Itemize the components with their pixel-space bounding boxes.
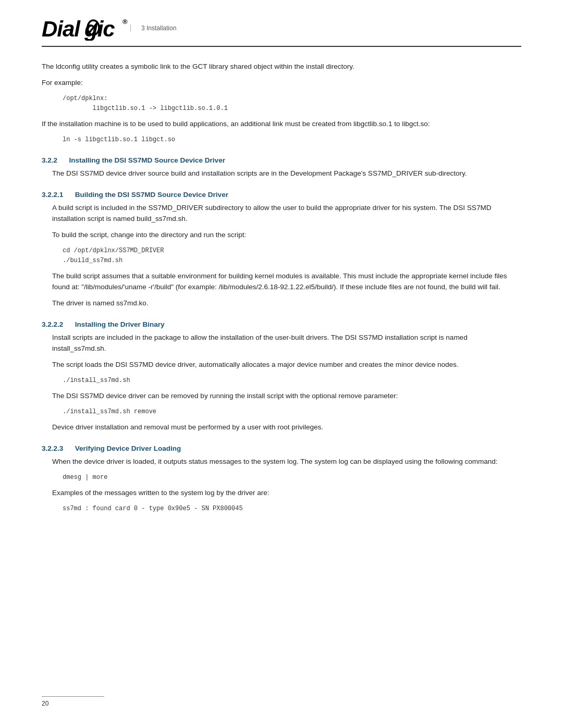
section-3221-title: Building the DSI SS7MD Source Device Dri… [75,191,228,199]
page-header: Dial gic ® 3 Installation [42,16,521,47]
page-number: 20 [42,700,521,707]
section-label: 3 Installation [130,24,176,32]
section-322-number: 3.2.2 [42,156,57,164]
svg-text:Dial: Dial [42,17,81,41]
section-3223-heading: 3.2.2.3 Verifying Device Driver Loading [42,445,521,452]
section-3223-title: Verifying Device Driver Loading [75,445,181,452]
section-3223-body1: When the device driver is loaded, it out… [52,456,521,467]
additional-link-text: If the installation machine is to be use… [42,119,521,130]
section-3221-heading: 3.2.2.1 Building the DSI SS7MD Source De… [42,191,521,199]
section-3222-body2: The script loads the DSI SS7MD device dr… [52,360,521,371]
code-example-1: /opt/dpklnx: libgctlib.so.1 -> libgctlib… [63,94,521,114]
section-3221-body3: The build script assumes that a suitable… [52,271,521,293]
code-build: cd /opt/dpklnx/SS7MD_DRIVER ./build_ss7m… [63,246,521,266]
for-example-label: For example: [42,78,521,89]
section-322-title: Installing the DSI SS7MD Source Device D… [69,156,225,164]
section-3222-title: Installing the Driver Binary [75,320,165,328]
section-322-body: The DSI SS7MD device driver source build… [52,168,521,179]
page: Dial gic ® 3 Installation The ldconfig u… [0,0,563,728]
section-3222-body4: Device driver installation and removal m… [52,422,521,433]
section-3222-body3: The DSI SS7MD device driver can be remov… [52,391,521,402]
section-3222-body1: Install scripts are included in the pack… [52,332,521,354]
footer-divider [42,696,104,697]
dialogic-logo-svg: Dial gic ® [42,16,130,41]
section-3222-heading: 3.2.2.2 Installing the Driver Binary [42,320,521,328]
code-remove: ./install_ss7md.sh remove [63,407,521,417]
code-ss7md: ss7md : found card 0 - type 0x90e5 - SN … [63,504,521,514]
section-3222-number: 3.2.2.2 [42,320,63,328]
code-install: ./install_ss7md.sh [63,376,521,386]
section-3221-body2: To build the script, change into the dir… [52,230,521,241]
section-3221-body4: The driver is named ss7md.ko. [52,298,521,309]
section-3221-number: 3.2.2.1 [42,191,63,199]
section-322-heading: 3.2.2 Installing the DSI SS7MD Source De… [42,156,521,164]
section-3223-body2: Examples of the messages written to the … [52,488,521,499]
svg-text:®: ® [123,18,128,26]
code-dmesg: dmesg | more [63,473,521,483]
section-3221-body1: A build script is included in the SS7MD_… [52,203,521,225]
code-example-2: ln -s libgctlib.so.1 libgct.so [63,135,521,145]
logo: Dial gic ® [42,16,130,41]
page-footer: 20 [42,696,521,707]
intro-text: The ldconfig utility creates a symbolic … [42,61,521,72]
section-3223-number: 3.2.2.3 [42,445,63,452]
